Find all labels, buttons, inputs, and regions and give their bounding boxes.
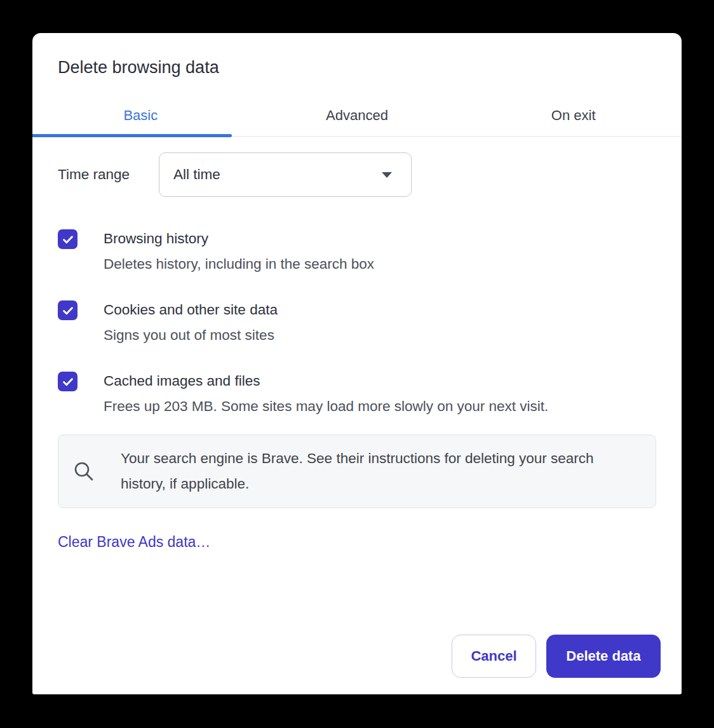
tab-basic[interactable]: Basic <box>32 95 249 136</box>
tab-bar: Basic Advanced On exit <box>32 95 682 137</box>
checkbox-label: Cached images and files <box>104 368 548 394</box>
cached-images-row: Cached images and files Frees up 203 MB.… <box>58 368 656 419</box>
cookies-text: Cookies and other site data Signs you ou… <box>104 297 278 348</box>
time-range-dropdown[interactable]: All time <box>159 152 412 197</box>
chevron-down-icon <box>382 172 392 178</box>
active-tab-underline <box>32 134 232 137</box>
checkbox-description: Frees up 203 MB. Some sites may load mor… <box>104 394 548 419</box>
time-range-label: Time range <box>58 166 159 183</box>
search-engine-info-text: Your search engine is Brave. See their i… <box>121 446 637 497</box>
checkmark-icon <box>61 304 75 318</box>
checkbox-description: Signs you out of most sites <box>104 323 278 348</box>
cached-images-text: Cached images and files Frees up 203 MB.… <box>104 368 548 419</box>
cookies-row: Cookies and other site data Signs you ou… <box>58 297 656 348</box>
browsing-history-text: Browsing history Deletes history, includ… <box>104 226 374 277</box>
checkbox-label: Browsing history <box>104 226 374 252</box>
cookies-checkbox[interactable] <box>58 300 77 320</box>
checkmark-icon <box>61 233 75 246</box>
dialog-content: Time range All time Browsing history Del… <box>32 152 682 551</box>
tab-on-exit[interactable]: On exit <box>465 95 682 136</box>
tab-advanced[interactable]: Advanced <box>249 95 466 136</box>
delete-data-button[interactable]: Delete data <box>546 635 661 678</box>
checkbox-label: Cookies and other site data <box>104 297 278 323</box>
cached-images-checkbox[interactable] <box>58 372 77 391</box>
browsing-history-row: Browsing history Deletes history, includ… <box>58 226 656 277</box>
page-title: Delete browsing data <box>58 57 656 78</box>
search-icon <box>72 460 95 483</box>
dialog-button-row: Cancel Delete data <box>452 635 661 678</box>
time-range-selected-value: All time <box>173 166 220 183</box>
browsing-history-checkbox[interactable] <box>58 229 77 249</box>
time-range-row: Time range All time <box>58 152 656 197</box>
clear-brave-ads-data-link[interactable]: Clear Brave Ads data… <box>58 534 210 551</box>
delete-browsing-data-dialog: Delete browsing data Basic Advanced On e… <box>32 33 682 694</box>
checkmark-icon <box>61 375 75 389</box>
cancel-button[interactable]: Cancel <box>452 635 536 678</box>
search-engine-info-box: Your search engine is Brave. See their i… <box>58 435 656 508</box>
checkbox-description: Deletes history, including in the search… <box>104 252 374 277</box>
